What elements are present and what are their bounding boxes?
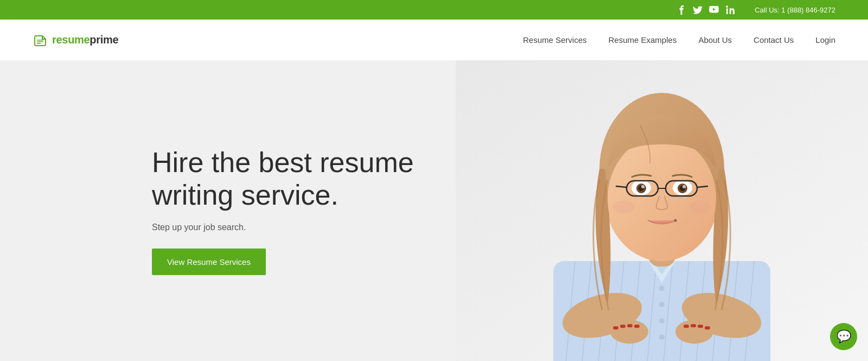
svg-rect-40 bbox=[684, 325, 689, 328]
hero-subtitle: Step up your job search. bbox=[152, 222, 418, 232]
nav-resume-services[interactable]: Resume Services bbox=[523, 35, 587, 45]
nav-about-us[interactable]: About Us bbox=[698, 35, 732, 45]
twitter-icon[interactable] bbox=[693, 5, 703, 15]
hero-section: Hire the best resume writing service. St… bbox=[0, 60, 868, 361]
facebook-icon[interactable] bbox=[676, 5, 686, 15]
chat-icon: 💬 bbox=[837, 330, 851, 344]
svg-point-54 bbox=[641, 185, 644, 188]
svg-rect-32 bbox=[620, 325, 626, 328]
svg-point-61 bbox=[613, 200, 635, 213]
logo[interactable]: resumeprime bbox=[33, 33, 118, 48]
svg-point-55 bbox=[682, 185, 686, 188]
svg-point-62 bbox=[689, 200, 711, 213]
cta-button[interactable]: View Resume Services bbox=[152, 248, 266, 275]
svg-rect-42 bbox=[698, 325, 703, 328]
svg-point-63 bbox=[674, 219, 677, 222]
svg-rect-34 bbox=[634, 325, 640, 328]
svg-rect-33 bbox=[627, 324, 633, 327]
svg-point-20 bbox=[659, 286, 665, 291]
nav-resume-examples[interactable]: Resume Examples bbox=[609, 35, 677, 45]
navbar: resumeprime Resume Services Resume Examp… bbox=[0, 20, 868, 60]
svg-rect-41 bbox=[691, 324, 696, 327]
person-illustration bbox=[456, 60, 868, 361]
nav-contact-us[interactable]: Contact Us bbox=[754, 35, 794, 45]
hero-content: Hire the best resume writing service. St… bbox=[152, 147, 418, 275]
svg-point-23 bbox=[659, 334, 665, 340]
svg-rect-31 bbox=[613, 326, 618, 330]
nav-login[interactable]: Login bbox=[815, 35, 835, 45]
chat-button[interactable]: 💬 bbox=[830, 323, 857, 350]
logo-icon bbox=[33, 33, 48, 48]
svg-point-21 bbox=[659, 302, 665, 307]
linkedin-icon[interactable] bbox=[725, 5, 735, 15]
hero-title: Hire the best resume writing service. bbox=[152, 147, 418, 212]
call-text: Call Us: 1 (888) 846-9272 bbox=[755, 6, 835, 14]
hero-image bbox=[456, 60, 868, 361]
youtube-icon[interactable] bbox=[709, 5, 719, 15]
svg-rect-43 bbox=[705, 326, 710, 330]
svg-point-22 bbox=[659, 318, 665, 324]
svg-point-47 bbox=[608, 136, 716, 261]
logo-text: resumeprime bbox=[52, 34, 118, 46]
nav-links: Resume Services Resume Examples About Us… bbox=[523, 35, 835, 45]
social-icons bbox=[676, 5, 735, 15]
top-bar: Call Us: 1 (888) 846-9272 bbox=[0, 0, 868, 20]
